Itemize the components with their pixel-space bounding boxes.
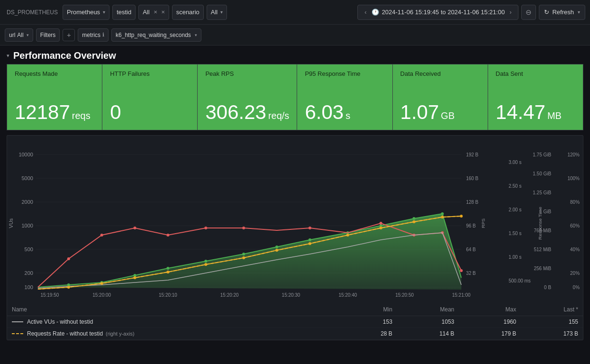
toolbar: DS_PROMETHEUS Prometheus ▾ testid All ✕ … <box>0 0 590 25</box>
svg-text:15:20:00: 15:20:00 <box>92 292 111 298</box>
scenario-pill[interactable]: scenario <box>172 5 204 20</box>
legend-table: Name Min Mean Max Last * Active VUs - wi… <box>7 303 583 340</box>
all-selector-2[interactable]: All ▾ <box>207 5 227 20</box>
testid-label: testid <box>117 9 131 16</box>
time-range-selector[interactable]: ‹ 🕐 2024-11-06 15:19:45 to 2024-11-06 15… <box>357 5 518 20</box>
stat-unit: s <box>345 110 350 121</box>
url-filter[interactable]: url All ▾ <box>5 28 33 42</box>
svg-text:60%: 60% <box>570 223 580 228</box>
legend-mean: 1053 <box>397 316 459 328</box>
legend-name: Active VUs - without testid <box>27 318 93 325</box>
collapse-icon[interactable]: ▾ <box>7 53 9 59</box>
info-icon: ℹ <box>102 32 104 38</box>
zoom-out-button[interactable]: ⊖ <box>521 5 536 20</box>
stat-label: P95 Response Time <box>305 70 384 77</box>
svg-text:100%: 100% <box>567 176 580 181</box>
all-selector-1[interactable]: All ✕ ✕ <box>138 5 169 20</box>
time-nav-right-icon[interactable]: › <box>508 9 513 16</box>
svg-text:96 B: 96 B <box>466 223 476 228</box>
stat-unit: req/s <box>268 110 289 121</box>
stat-card-data-received: Data Received1.07GB <box>392 64 488 130</box>
svg-text:20%: 20% <box>570 271 580 276</box>
close-icon-1[interactable]: ✕ <box>154 9 157 15</box>
svg-text:15:20:30: 15:20:30 <box>282 292 300 298</box>
refresh-button[interactable]: ↻ Refresh ▾ <box>539 5 585 20</box>
datasource-value: Prometheus <box>67 9 100 16</box>
svg-text:0 B: 0 B <box>544 285 551 290</box>
svg-text:1.50 GiB: 1.50 GiB <box>533 171 551 176</box>
ds-label: DS_PROMETHEUS <box>5 9 60 16</box>
svg-text:1.50 s: 1.50 s <box>508 231 521 236</box>
stat-label: Data Received <box>400 70 480 77</box>
svg-point-67 <box>460 269 463 272</box>
stat-value: 14.47MB <box>496 102 575 122</box>
svg-point-61 <box>204 227 207 229</box>
filters-label: Filters <box>40 32 56 38</box>
svg-point-80 <box>460 215 463 218</box>
stat-value: 0 <box>110 102 190 122</box>
svg-point-57 <box>67 257 70 260</box>
chart-svg-wrapper: 10000 5000 2000 1000 500 200 100 VUs 192… <box>7 140 583 301</box>
col-mean: Mean <box>397 303 459 316</box>
svg-point-48 <box>166 267 169 270</box>
svg-text:1.00 s: 1.00 s <box>508 255 521 260</box>
legend-name-cell: Requests Rate - without testid(right y-a… <box>7 328 343 340</box>
all-value-2: All <box>211 9 218 16</box>
col-max: Max <box>459 303 521 316</box>
svg-text:512 MiB: 512 MiB <box>534 247 551 252</box>
svg-point-63 <box>309 227 311 229</box>
svg-text:Response Time: Response Time <box>537 207 543 240</box>
svg-text:15:20:20: 15:20:20 <box>220 292 239 298</box>
all-chevron-icon: ▾ <box>220 9 223 15</box>
svg-text:120%: 120% <box>567 152 580 157</box>
svg-text:2.00 s: 2.00 s <box>508 207 521 212</box>
metrics-value: k6_http_req_waiting_seconds <box>116 32 191 38</box>
svg-text:15:21:00: 15:21:00 <box>452 292 471 298</box>
stat-value: 306.23req/s <box>205 102 289 122</box>
chart-container: 10000 5000 2000 1000 500 200 100 VUs 192… <box>7 135 583 340</box>
stat-label: Requests Made <box>15 70 94 77</box>
svg-point-59 <box>134 227 136 229</box>
zoom-out-icon: ⊖ <box>526 8 532 17</box>
svg-text:2000: 2000 <box>21 199 33 205</box>
testid-pill[interactable]: testid <box>112 5 136 20</box>
svg-text:2.50 s: 2.50 s <box>508 183 521 189</box>
svg-text:32 B: 32 B <box>466 271 476 276</box>
legend-note: (right y-axis) <box>106 331 135 337</box>
time-range-value: 2024-11-06 15:19:45 to 2024-11-06 15:21:… <box>382 9 505 16</box>
stat-label: HTTP Failures <box>110 70 190 77</box>
legend-line-icon <box>12 333 23 334</box>
stat-value: 6.03s <box>305 102 384 122</box>
legend-row: Active VUs - without testid1531053196015… <box>7 316 583 328</box>
svg-text:128 B: 128 B <box>466 200 478 205</box>
svg-text:15:20:40: 15:20:40 <box>338 292 357 298</box>
add-filter-button[interactable]: + <box>63 29 75 41</box>
close-icon-2[interactable]: ✕ <box>161 9 165 15</box>
col-min: Min <box>343 303 397 316</box>
legend-name-cell: Active VUs - without testid <box>7 316 343 328</box>
svg-text:15:20:10: 15:20:10 <box>159 292 177 298</box>
stat-card-peak-rps: Peak RPS306.23req/s <box>197 64 297 130</box>
filters-button[interactable]: Filters <box>36 28 60 42</box>
legend-row: Requests Rate - without testid(right y-a… <box>7 328 583 340</box>
svg-text:80%: 80% <box>570 200 580 205</box>
stat-unit: reqs <box>72 110 91 121</box>
svg-text:200: 200 <box>25 270 33 276</box>
stat-label: Data Sent <box>496 70 575 77</box>
stat-value: 1.07GB <box>400 102 480 122</box>
svg-point-51 <box>275 246 278 248</box>
legend-min: 153 <box>343 316 397 328</box>
metrics-label-pill: metrics ℹ <box>78 28 109 42</box>
time-nav-left-icon[interactable]: ‹ <box>363 9 368 16</box>
datasource-selector[interactable]: Prometheus ▾ <box>63 5 109 20</box>
stats-row: Requests Made12187reqsHTTP Failures0Peak… <box>0 64 590 130</box>
section-header: ▾ Performance Overview <box>0 46 590 64</box>
stat-card-http-failures: HTTP Failures0 <box>102 64 197 130</box>
stat-label: Peak RPS <box>205 70 289 77</box>
svg-point-49 <box>204 260 207 263</box>
svg-text:160 B: 160 B <box>466 176 478 181</box>
svg-text:40%: 40% <box>570 247 580 252</box>
stat-unit: MB <box>547 110 562 121</box>
stat-unit: GB <box>441 110 454 121</box>
metrics-selector[interactable]: k6_http_req_waiting_seconds ▾ <box>111 28 201 42</box>
